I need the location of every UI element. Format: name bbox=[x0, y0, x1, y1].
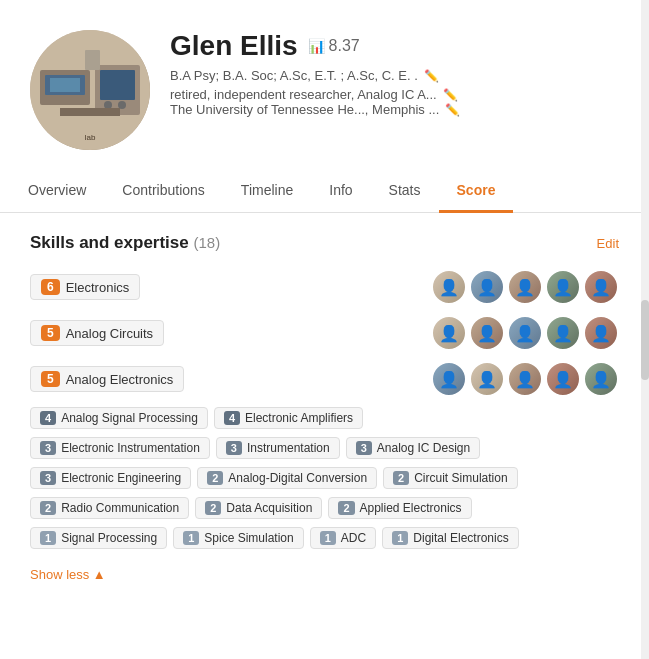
skill-count: 1 bbox=[320, 531, 336, 545]
skill-tag-analog-circuits[interactable]: 5 Analog Circuits bbox=[30, 320, 164, 346]
skill-count: 2 bbox=[40, 501, 56, 515]
profile-section: lab Glen Ellis 📊 8.37 B.A Psy; B.A. Soc;… bbox=[0, 0, 649, 170]
scrollbar-thumb[interactable] bbox=[641, 300, 649, 380]
score-bar-icon: 📊 bbox=[308, 38, 325, 54]
skill-tag-electronic-engineering[interactable]: 3 Electronic Engineering bbox=[30, 467, 191, 489]
skill-count: 3 bbox=[226, 441, 242, 455]
skill-label: Electronic Instrumentation bbox=[61, 441, 200, 455]
skill-tags-row-5: 1 Signal Processing 1 Spice Simulation 1… bbox=[30, 527, 619, 549]
skill-count: 3 bbox=[356, 441, 372, 455]
skills-title: Skills and expertise (18) bbox=[30, 233, 220, 252]
skill-count: 1 bbox=[183, 531, 199, 545]
skill-count-analog-circuits: 5 bbox=[41, 325, 60, 341]
skill-avatar: 👤 bbox=[431, 315, 467, 351]
skill-count: 2 bbox=[393, 471, 409, 485]
skill-tag-electronics[interactable]: 6 Electronics bbox=[30, 274, 140, 300]
svg-rect-9 bbox=[85, 50, 100, 70]
profile-score: 📊 8.37 bbox=[308, 37, 360, 55]
avatar-image: lab bbox=[30, 30, 150, 150]
skill-avatar: 👤 bbox=[583, 361, 619, 397]
skills-title-block: Skills and expertise (18) bbox=[30, 233, 220, 253]
skill-avatar: 👤 bbox=[583, 269, 619, 305]
skill-count: 2 bbox=[207, 471, 223, 485]
skill-label: Circuit Simulation bbox=[414, 471, 507, 485]
score-value: 8.37 bbox=[329, 37, 360, 55]
profile-name-row: Glen Ellis 📊 8.37 bbox=[170, 30, 619, 62]
skill-label-analog-electronics: Analog Electronics bbox=[66, 372, 174, 387]
skill-label: Electronic Engineering bbox=[61, 471, 181, 485]
credentials-edit-icon[interactable]: ✏️ bbox=[424, 69, 439, 83]
skill-tag-analog-signal-processing[interactable]: 4 Analog Signal Processing bbox=[30, 407, 208, 429]
skill-count-analog-electronics: 5 bbox=[41, 371, 60, 387]
skill-avatar: 👤 bbox=[469, 361, 505, 397]
skill-tag-radio-communication[interactable]: 2 Radio Communication bbox=[30, 497, 189, 519]
skill-tags-row-3: 3 Electronic Engineering 2 Analog-Digita… bbox=[30, 467, 619, 489]
skill-avatar: 👤 bbox=[469, 315, 505, 351]
skill-label: Electronic Amplifiers bbox=[245, 411, 353, 425]
skills-section: Skills and expertise (18) Edit 6 Electro… bbox=[0, 213, 649, 603]
skill-tag-digital-electronics[interactable]: 1 Digital Electronics bbox=[382, 527, 519, 549]
tab-info[interactable]: Info bbox=[311, 170, 370, 213]
skill-avatar: 👤 bbox=[507, 361, 543, 397]
avatar: lab bbox=[30, 30, 150, 150]
skill-tag-adc[interactable]: 1 ADC bbox=[310, 527, 376, 549]
skill-avatars-electronics: 👤 👤 👤 👤 👤 bbox=[431, 269, 619, 305]
skill-avatar: 👤 bbox=[431, 361, 467, 397]
tab-score[interactable]: Score bbox=[439, 170, 514, 213]
scrollbar[interactable] bbox=[641, 0, 649, 659]
skill-count: 3 bbox=[40, 441, 56, 455]
skill-avatar: 👤 bbox=[507, 315, 543, 351]
tab-contributions[interactable]: Contributions bbox=[104, 170, 223, 213]
skill-tag-signal-processing[interactable]: 1 Signal Processing bbox=[30, 527, 167, 549]
bio-text: retired, independent researcher, Analog … bbox=[170, 87, 437, 102]
skill-tag-data-acquisition[interactable]: 2 Data Acquisition bbox=[195, 497, 322, 519]
svg-rect-5 bbox=[100, 70, 135, 100]
skill-count: 4 bbox=[40, 411, 56, 425]
skill-label-analog-circuits: Analog Circuits bbox=[66, 326, 153, 341]
skill-label: Digital Electronics bbox=[413, 531, 508, 545]
skills-edit-button[interactable]: Edit bbox=[597, 236, 619, 251]
profile-name: Glen Ellis bbox=[170, 30, 298, 62]
skill-tag-electronic-amplifiers[interactable]: 4 Electronic Amplifiers bbox=[214, 407, 363, 429]
skill-tag-electronic-instrumentation[interactable]: 3 Electronic Instrumentation bbox=[30, 437, 210, 459]
skill-avatar: 👤 bbox=[507, 269, 543, 305]
nav-tabs: Overview Contributions Timeline Info Sta… bbox=[0, 170, 649, 213]
skill-label: Applied Electronics bbox=[360, 501, 462, 515]
skill-label: ADC bbox=[341, 531, 366, 545]
skill-label-electronics: Electronics bbox=[66, 280, 130, 295]
skill-count: 3 bbox=[40, 471, 56, 485]
profile-bio: retired, independent researcher, Analog … bbox=[170, 87, 619, 102]
skill-avatar: 👤 bbox=[431, 269, 467, 305]
tab-stats[interactable]: Stats bbox=[371, 170, 439, 213]
skill-avatar: 👤 bbox=[545, 315, 581, 351]
tab-timeline[interactable]: Timeline bbox=[223, 170, 311, 213]
svg-text:lab: lab bbox=[85, 133, 96, 142]
skill-tag-circuit-simulation[interactable]: 2 Circuit Simulation bbox=[383, 467, 518, 489]
skills-count: (18) bbox=[193, 234, 220, 251]
skill-tag-instrumentation[interactable]: 3 Instrumentation bbox=[216, 437, 340, 459]
skill-avatars-analog-circuits: 👤 👤 👤 👤 👤 bbox=[431, 315, 619, 351]
skill-tag-analog-ic-design[interactable]: 3 Analog IC Design bbox=[346, 437, 481, 459]
credentials-text: B.A Psy; B.A. Soc; A.Sc, E.T. ; A.Sc, C.… bbox=[170, 68, 418, 83]
institution-edit-icon[interactable]: ✏️ bbox=[445, 103, 460, 117]
skill-count: 1 bbox=[392, 531, 408, 545]
skill-row-analog-circuits: 5 Analog Circuits 👤 👤 👤 👤 👤 bbox=[30, 315, 619, 351]
skill-label: Instrumentation bbox=[247, 441, 330, 455]
skill-tag-applied-electronics[interactable]: 2 Applied Electronics bbox=[328, 497, 471, 519]
show-less-button[interactable]: Show less ▲ bbox=[30, 567, 106, 582]
skill-tags-row-4: 2 Radio Communication 2 Data Acquisition… bbox=[30, 497, 619, 519]
skill-label: Analog IC Design bbox=[377, 441, 470, 455]
skill-tag-analog-electronics[interactable]: 5 Analog Electronics bbox=[30, 366, 184, 392]
skill-row-electronics: 6 Electronics 👤 👤 👤 👤 👤 bbox=[30, 269, 619, 305]
skill-label: Data Acquisition bbox=[226, 501, 312, 515]
tab-overview[interactable]: Overview bbox=[10, 170, 104, 213]
skill-tag-spice-simulation[interactable]: 1 Spice Simulation bbox=[173, 527, 304, 549]
skill-tag-analog-digital-conversion[interactable]: 2 Analog-Digital Conversion bbox=[197, 467, 377, 489]
svg-rect-8 bbox=[60, 108, 120, 116]
bio-edit-icon[interactable]: ✏️ bbox=[443, 88, 458, 102]
skill-avatar: 👤 bbox=[545, 269, 581, 305]
skill-count: 2 bbox=[338, 501, 354, 515]
skill-avatar: 👤 bbox=[583, 315, 619, 351]
institution-text: The University of Tennessee He..., Memph… bbox=[170, 102, 439, 117]
skill-tags-row-1: 4 Analog Signal Processing 4 Electronic … bbox=[30, 407, 619, 429]
